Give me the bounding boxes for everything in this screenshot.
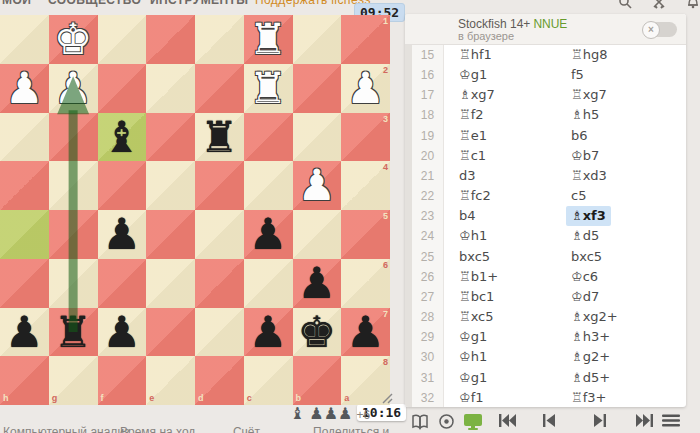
square-e2[interactable] — [146, 64, 195, 113]
square-e8[interactable]: e — [146, 356, 195, 405]
square-f1[interactable] — [98, 15, 147, 64]
square-g5[interactable] — [49, 210, 98, 259]
practice-target-icon[interactable] — [438, 413, 455, 430]
white-move[interactable]: ♗xg7 — [444, 85, 571, 105]
white-move[interactable]: ♖e1 — [444, 126, 571, 146]
nav-item-my[interactable]: МОЙ — [2, 0, 31, 7]
square-h1[interactable] — [0, 15, 49, 64]
board-monitor-icon[interactable] — [463, 413, 483, 431]
square-d1[interactable] — [195, 15, 244, 64]
white-pawn[interactable]: ♟ — [293, 161, 342, 210]
engine-toggle[interactable]: × — [643, 22, 677, 37]
black-rook[interactable]: ♜ — [195, 113, 244, 162]
white-move[interactable]: ♖hf1 — [444, 45, 571, 65]
search-icon[interactable] — [618, 0, 632, 9]
square-e4[interactable] — [146, 161, 195, 210]
white-move[interactable]: ♔h1 — [444, 226, 571, 246]
black-move[interactable]: ♖hg8 — [571, 45, 686, 65]
square-c3[interactable] — [244, 113, 293, 162]
black-move[interactable]: ♗h3+ — [571, 327, 686, 347]
white-move[interactable]: d3 — [444, 166, 571, 186]
square-e5[interactable] — [146, 210, 195, 259]
white-move[interactable]: ♖f2 — [444, 105, 571, 125]
black-move[interactable]: ♖f3+ — [571, 388, 686, 407]
white-move[interactable]: ♔h1 — [444, 347, 571, 367]
black-move[interactable]: ♗xg2+ — [571, 307, 686, 327]
square-d4[interactable] — [195, 161, 244, 210]
square-f8[interactable]: f — [98, 356, 147, 405]
square-d6[interactable] — [195, 259, 244, 308]
square-d5[interactable] — [195, 210, 244, 259]
chess-board[interactable]: hgfedcb12345678a♚♜♟♟♜♟♟♝♜♟♟♟♟♜♟♟♚♟ — [0, 15, 390, 405]
black-pawn[interactable]: ♟ — [98, 308, 147, 357]
square-b1[interactable] — [293, 15, 342, 64]
bell-icon[interactable] — [686, 0, 700, 9]
square-g3[interactable] — [49, 113, 98, 162]
square-a4[interactable]: 4 — [341, 161, 390, 210]
black-move[interactable]: ♖xg7 — [571, 85, 686, 105]
white-move[interactable]: ♔g1 — [444, 65, 571, 85]
square-a5[interactable]: 5 — [341, 210, 390, 259]
white-move[interactable]: ♔f1 — [444, 388, 571, 407]
square-f6[interactable] — [98, 259, 147, 308]
white-move[interactable]: ♔g1 — [444, 327, 571, 347]
square-h3[interactable] — [0, 113, 49, 162]
square-c4[interactable] — [244, 161, 293, 210]
black-move[interactable]: b6 — [571, 126, 686, 146]
white-pawn[interactable]: ♟ — [341, 64, 390, 113]
square-b8[interactable]: b — [293, 356, 342, 405]
square-d7[interactable] — [195, 308, 244, 357]
square-g4[interactable] — [49, 161, 98, 210]
tab-crosstable[interactable]: Счёт — [233, 425, 260, 433]
square-h8[interactable]: h — [0, 356, 49, 405]
square-d2[interactable] — [195, 64, 244, 113]
black-move[interactable]: ♔b7 — [571, 146, 686, 166]
nav-item-community[interactable]: СООБЩЕСТВО — [48, 0, 141, 7]
square-h5[interactable] — [0, 210, 49, 259]
black-move[interactable]: c5 — [571, 186, 686, 206]
tab-computer-analysis[interactable]: Компьютерный анализ — [3, 425, 130, 433]
black-move[interactable]: ♔d7 — [571, 287, 686, 307]
square-f2[interactable] — [98, 64, 147, 113]
white-move[interactable]: b4 — [444, 206, 571, 226]
go-first-button[interactable] — [498, 413, 517, 428]
black-pawn[interactable]: ♟ — [341, 308, 390, 357]
square-g6[interactable] — [49, 259, 98, 308]
black-king[interactable]: ♚ — [293, 308, 342, 357]
go-last-button[interactable] — [635, 413, 654, 428]
tab-move-times[interactable]: Время на ход — [120, 425, 195, 433]
black-move[interactable]: ♗g2+ — [571, 347, 686, 367]
black-move[interactable]: ♗h5 — [571, 105, 686, 125]
crossed-swords-icon[interactable] — [652, 0, 666, 9]
black-move[interactable]: ♗d5 — [571, 226, 686, 246]
square-b2[interactable] — [293, 64, 342, 113]
white-pawn[interactable]: ♟ — [0, 64, 49, 113]
black-move[interactable]: ♗d5+ — [571, 368, 686, 388]
white-move[interactable]: ♖xc5 — [444, 307, 571, 327]
black-rook[interactable]: ♜ — [49, 308, 98, 357]
square-c8[interactable]: c — [244, 356, 293, 405]
square-e1[interactable] — [146, 15, 195, 64]
opening-book-icon[interactable] — [411, 413, 430, 430]
square-e3[interactable] — [146, 113, 195, 162]
white-move[interactable]: ♖c1 — [444, 146, 571, 166]
white-move[interactable]: bxc5 — [444, 247, 571, 267]
black-move[interactable]: ♔c6 — [571, 267, 686, 287]
nav-item-tools[interactable]: ИНСТРУМЕНТЫ — [150, 0, 248, 7]
square-g8[interactable]: g — [49, 356, 98, 405]
white-move[interactable]: ♖b1+ — [444, 267, 571, 287]
board-resize-handle[interactable] — [381, 391, 395, 409]
black-bishop[interactable]: ♝ — [98, 113, 147, 162]
square-b5[interactable] — [293, 210, 342, 259]
black-move[interactable]: f5 — [571, 65, 686, 85]
square-f4[interactable] — [98, 161, 147, 210]
square-a3[interactable]: 3 — [341, 113, 390, 162]
black-move[interactable]: bxc5 — [571, 247, 686, 267]
menu-icon[interactable] — [661, 413, 681, 428]
white-move[interactable]: ♖bc1 — [444, 287, 571, 307]
square-e6[interactable] — [146, 259, 195, 308]
square-b3[interactable] — [293, 113, 342, 162]
white-rook[interactable]: ♜ — [244, 15, 293, 64]
black-pawn[interactable]: ♟ — [244, 210, 293, 259]
engine-toggle-knob[interactable]: × — [642, 21, 660, 39]
